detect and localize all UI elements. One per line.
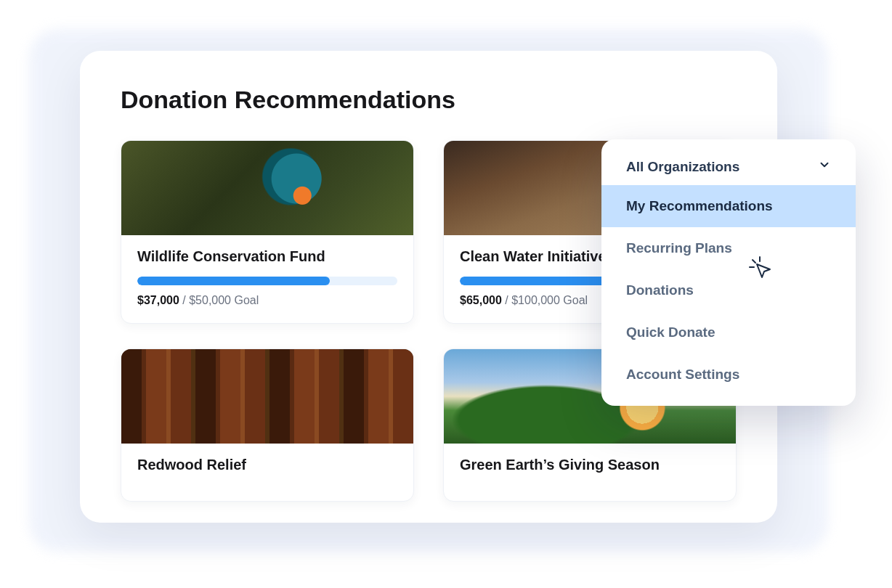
dropdown-item-label: Account Settings (626, 367, 739, 382)
amount-goal: / $50,000 Goal (179, 294, 259, 306)
card-body: Green Earth’s Giving Season (444, 444, 736, 501)
dropdown-item-label: Donations (626, 282, 694, 298)
svg-line-0 (753, 260, 755, 263)
chevron-down-icon (818, 158, 831, 175)
dropdown-item-recurring-plans[interactable]: Recurring Plans (601, 227, 856, 269)
goal-text: $37,000 / $50,000 Goal (137, 294, 397, 307)
dropdown-item-my-recommendations[interactable]: My Recommendations (601, 185, 856, 227)
progress-fill (137, 277, 330, 285)
card-image-wildlife (121, 141, 413, 235)
cursor-click-icon (748, 256, 773, 280)
donation-card[interactable]: Wildlife Conservation Fund $37,000 / $50… (121, 140, 414, 324)
amount-raised: $37,000 (137, 294, 179, 306)
dropdown-header-label: All Organizations (626, 159, 739, 175)
dropdown-item-account-settings[interactable]: Account Settings (601, 354, 856, 396)
card-title: Green Earth’s Giving Season (460, 457, 720, 473)
card-body: Redwood Relief (121, 444, 413, 501)
card-body: Wildlife Conservation Fund $37,000 / $50… (121, 235, 413, 323)
dropdown-item-label: My Recommendations (626, 198, 773, 213)
dropdown-item-label: Recurring Plans (626, 240, 732, 256)
dropdown-item-label: Quick Donate (626, 324, 715, 340)
dropdown-item-quick-donate[interactable]: Quick Donate (601, 311, 856, 354)
progress-bar (137, 277, 397, 285)
page-title: Donation Recommendations (121, 86, 737, 114)
amount-raised: $65,000 (460, 294, 502, 306)
dropdown-header[interactable]: All Organizations (601, 148, 856, 185)
card-image-redwood (121, 349, 413, 444)
dropdown-item-donations[interactable]: Donations (601, 269, 856, 311)
card-title: Wildlife Conservation Fund (137, 248, 397, 265)
donation-card[interactable]: Redwood Relief (121, 348, 414, 502)
filter-dropdown: All Organizations My Recommendations Rec… (601, 139, 856, 406)
amount-goal: / $100,000 Goal (502, 294, 588, 306)
card-title: Redwood Relief (137, 457, 397, 473)
